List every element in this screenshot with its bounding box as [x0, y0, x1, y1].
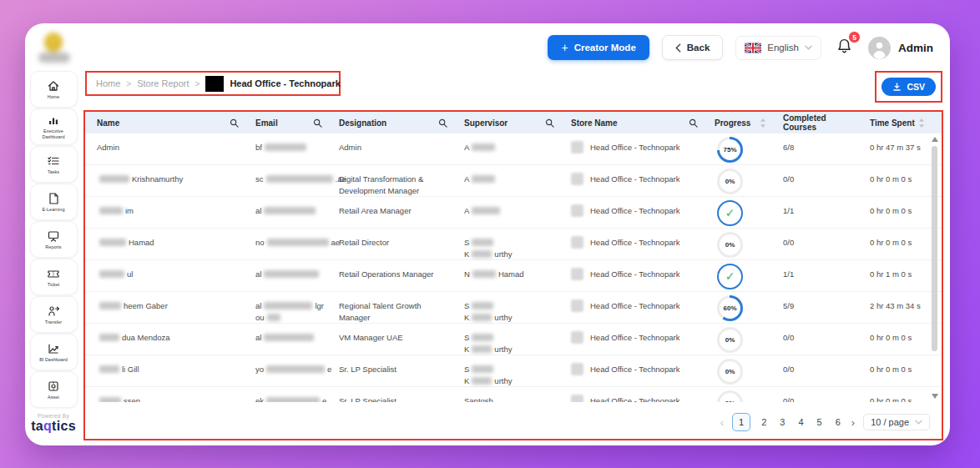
sort-icon[interactable] — [918, 118, 925, 128]
check-icon: ✓ — [719, 202, 741, 224]
page-button-5[interactable]: 5 — [815, 415, 825, 429]
breadcrumb-separator: > — [195, 79, 200, 88]
sidebar-item-executive-dashboard[interactable]: Executive Dashboard — [30, 108, 78, 145]
redacted-text — [99, 397, 121, 402]
column-header-time-spent[interactable]: Time Spent — [870, 118, 942, 128]
page-button-3[interactable]: 3 — [777, 415, 787, 429]
search-icon[interactable] — [313, 118, 322, 128]
breadcrumb-link-store-report[interactable]: Store Report — [137, 78, 189, 88]
sidebar-nav: HomeExecutive DashboardTasksE-LearningRe… — [25, 70, 82, 445]
scroll-down-arrow-icon[interactable] — [932, 394, 938, 399]
sidebar-item-e-learning[interactable]: E-Learning — [30, 184, 78, 220]
cell-text: Hamad — [498, 269, 524, 279]
sidebar-item-tasks[interactable]: Tasks — [30, 146, 78, 183]
back-button[interactable]: Back — [662, 35, 724, 60]
back-label: Back — [687, 43, 710, 53]
column-header-store-name[interactable]: Store Name — [571, 118, 715, 128]
table-row[interactable]: ulalRetail Operations ManagerNHamadHead … — [85, 260, 942, 292]
progress-ring: 0% — [717, 390, 743, 402]
table-row[interactable]: dua MendozaalVM Manager UAESKurthyHead O… — [85, 324, 942, 355]
column-header-email[interactable]: Email — [255, 118, 339, 128]
page-size-selector[interactable]: 10 / page — [863, 414, 930, 430]
breadcrumb-separator: > — [126, 79, 131, 88]
sidebar-item-ticket[interactable]: Ticket — [30, 259, 78, 295]
page-button-2[interactable]: 2 — [759, 415, 769, 429]
table-row[interactable]: AdminbfAdminAHead Office - Technopark75%… — [85, 133, 942, 165]
page-button-1[interactable]: 1 — [732, 413, 750, 431]
column-header-name[interactable]: Name — [97, 118, 255, 128]
redacted-text — [267, 314, 280, 321]
column-header-supervisor[interactable]: Supervisor — [464, 118, 571, 128]
page-button-4[interactable]: 4 — [796, 415, 806, 429]
breadcrumb-link-home[interactable]: Home — [96, 78, 120, 88]
cell-text: al — [255, 333, 261, 342]
redacted-text — [472, 302, 493, 309]
cell-store-name: Head Office - Technopark — [571, 165, 715, 198]
cell-text: K — [464, 313, 469, 322]
cell-line: A — [464, 205, 561, 217]
pagination-next-button[interactable]: › — [851, 417, 855, 428]
column-label: Store Name — [571, 118, 618, 128]
sidebar-item-home[interactable]: Home — [30, 71, 78, 108]
progress-complete-ring: ✓ — [717, 264, 743, 289]
search-icon[interactable] — [689, 118, 698, 128]
table-row[interactable]: ssenekeSr. LP SpecialistSantoshHead Offi… — [85, 387, 942, 402]
cell-text: urthy — [494, 345, 512, 354]
cell-supervisor: SKurthy — [464, 229, 571, 261]
cell-text: urthy — [494, 313, 512, 322]
table-row[interactable]: imalRetail Area ManagerAHead Office - Te… — [85, 197, 942, 229]
chevron-down-icon — [805, 45, 812, 50]
table-row[interactable]: heem GaberallgrouRegional Talent Growth … — [85, 292, 942, 324]
sidebar-item-label: Reports — [45, 244, 61, 250]
cell-designation: Admin — [339, 133, 464, 164]
store-thumbnail-blurred — [571, 299, 583, 312]
page-button-6[interactable]: 6 — [833, 415, 843, 429]
cell-name: im — [97, 197, 255, 228]
redacted-text — [472, 239, 493, 246]
search-icon[interactable] — [438, 118, 447, 128]
sidebar-item-reports[interactable]: Reports — [30, 221, 78, 258]
sidebar-item-transfer[interactable]: Transfer — [30, 296, 78, 333]
cell-line: S — [464, 332, 561, 344]
table-scrollbar[interactable] — [931, 137, 939, 402]
page-size-label: 10 / page — [871, 417, 909, 427]
progress-ring: 75% — [717, 137, 743, 163]
table-row[interactable]: li GillyoeSr. LP SpecialistSKurthyHead O… — [85, 355, 942, 387]
cell-email: eke — [255, 387, 339, 402]
language-selector[interactable]: English — [735, 36, 821, 60]
table-row[interactable]: HamadnoaeRetail DirectorSKurthyHead Offi… — [85, 229, 942, 260]
main-content: Home>Store Report>Head Office - Technopa… — [82, 70, 950, 445]
column-header-completed-courses[interactable]: Completed Courses — [783, 113, 870, 132]
progress-ring: 0% — [717, 327, 743, 353]
cell-text: sc — [255, 174, 264, 184]
scroll-up-arrow-icon[interactable] — [932, 137, 938, 142]
cell-text: bf — [255, 143, 262, 152]
cell-text: al — [255, 206, 261, 215]
cell-email: sc.ae — [255, 165, 339, 198]
user-menu[interactable]: Admin — [868, 37, 933, 59]
progress-ring: 0% — [717, 359, 743, 385]
cell-completed-courses: 5/9 — [783, 292, 870, 325]
uk-flag-icon — [745, 43, 761, 53]
search-icon[interactable] — [545, 118, 554, 128]
sidebar-item-bi-dashboard[interactable]: BI Dashboard — [30, 334, 78, 370]
download-icon — [892, 83, 902, 92]
creator-mode-button[interactable]: + Creator Mode — [548, 35, 649, 60]
check-icon: ✓ — [719, 265, 741, 288]
sidebar-item-asset[interactable]: Asset — [30, 371, 78, 408]
table-body: AdminbfAdminAHead Office - Technopark75%… — [85, 133, 942, 402]
sort-icon[interactable] — [760, 118, 766, 128]
redacted-text — [99, 270, 124, 278]
search-icon[interactable] — [230, 118, 239, 128]
top-actions: + Creator Mode Back English 5 — [548, 35, 933, 60]
notifications-button[interactable]: 5 — [836, 37, 856, 58]
csv-export-button[interactable]: CSV — [881, 78, 936, 96]
column-header-progress[interactable]: Progress — [715, 118, 783, 128]
pagination-prev-button[interactable]: ‹ — [720, 417, 724, 428]
scrollbar-thumb[interactable] — [932, 146, 937, 351]
store-name-text: Head Office - Technopark — [590, 332, 679, 344]
table-row[interactable]: Krishnamurthysc.aeDigital Transformation… — [85, 165, 942, 197]
cell-progress: 75% — [715, 133, 783, 164]
cell-designation: Retail Operations Manager — [339, 260, 464, 291]
column-header-designation[interactable]: Designation — [339, 118, 464, 128]
